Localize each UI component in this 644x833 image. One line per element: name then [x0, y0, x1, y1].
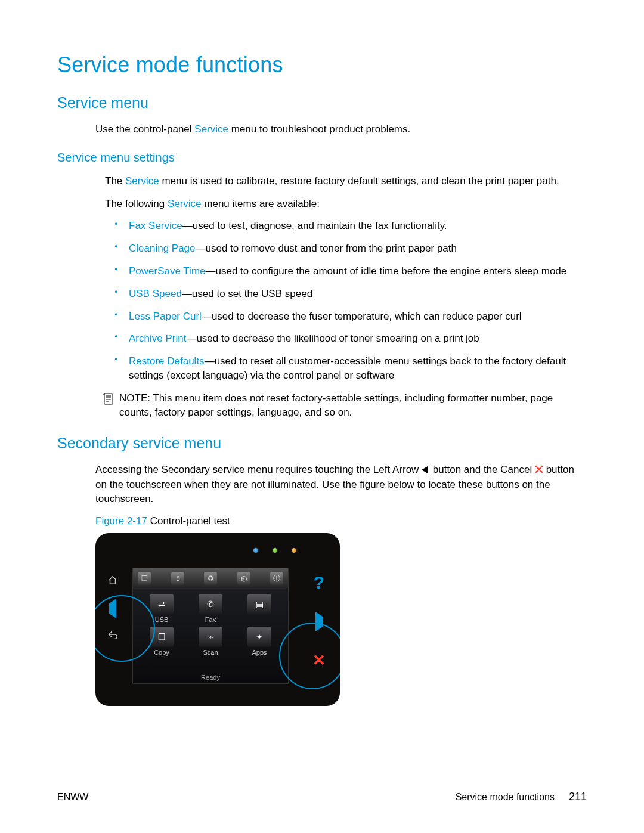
- link-service: Service: [194, 123, 228, 135]
- link-service: Service: [168, 198, 202, 209]
- led-blue: [253, 547, 259, 553]
- desc: —used to decrease the fuser temperature,…: [202, 311, 522, 322]
- desc: —used to test, diagnose, and maintain th…: [182, 220, 447, 231]
- term: Archive Print: [129, 333, 186, 344]
- left-arrow-icon: [109, 603, 116, 614]
- left-nav: [107, 575, 118, 643]
- page-title: Service mode functions: [57, 52, 587, 78]
- text: menu is used to calibrate, restore facto…: [159, 175, 559, 187]
- svg-marker-1: [422, 466, 428, 473]
- note-icon: [103, 392, 116, 408]
- term: Less Paper Curl: [129, 311, 202, 322]
- status-bar: ❐ ⟟ ♻ ◵ ⓘ: [133, 568, 288, 589]
- paragraph: The Service menu is used to calibrate, r…: [105, 174, 587, 188]
- figure: ? ✕ ❐ ⟟ ♻ ◵ ⓘ ⇄USB ✆Fax ▤ ❐Copy ⌁Scan ✦A…: [95, 533, 587, 706]
- note-text: NOTE: This menu item does not reset fact…: [119, 391, 587, 420]
- term: Restore Defaults: [129, 355, 205, 367]
- text: menu items are available:: [202, 198, 320, 209]
- paragraph: Use the control-panel Service menu to tr…: [95, 122, 587, 137]
- app-blank: ▤: [237, 594, 282, 623]
- back-icon: [107, 630, 118, 643]
- term: PowerSave Time: [129, 265, 206, 277]
- supplies-icon: ◵: [237, 572, 250, 585]
- cancel-icon: ✕: [312, 651, 326, 670]
- led-green: [272, 547, 278, 553]
- cancel-icon: [535, 463, 543, 478]
- app-scan: ⌁Scan: [188, 627, 233, 656]
- copies-icon: ❐: [138, 572, 151, 585]
- list-item: PowerSave Time—used to configure the amo…: [114, 264, 587, 278]
- heading-secondary-service-menu: Secondary service menu: [57, 435, 587, 452]
- text: button and the Cancel: [430, 464, 535, 475]
- list-item: USB Speed—used to set the USB speed: [114, 287, 587, 301]
- text: The following: [105, 198, 168, 209]
- link-service: Service: [125, 175, 159, 187]
- term: Fax Service: [129, 220, 182, 231]
- control-panel: ? ✕ ❐ ⟟ ♻ ◵ ⓘ ⇄USB ✆Fax ▤ ❐Copy ⌁Scan ✦A…: [95, 533, 340, 706]
- term: Cleaning Page: [129, 243, 196, 254]
- app-usb: ⇄USB: [139, 594, 184, 623]
- figure-caption: Figure 2-17 Control-panel test: [95, 514, 587, 528]
- footer-left: ENWW: [57, 792, 88, 803]
- desc: —used to configure the amount of idle ti…: [206, 265, 567, 277]
- right-arrow-icon: [315, 617, 323, 627]
- figure-title: Control-panel test: [147, 515, 230, 527]
- text: The: [105, 175, 125, 187]
- eco-icon: ♻: [204, 572, 217, 585]
- home-icon: [107, 575, 118, 588]
- figure-label: Figure 2-17: [95, 515, 147, 527]
- text: Accessing the Secondary service menu req…: [95, 464, 422, 475]
- status-text: Ready: [133, 674, 288, 681]
- app-fax: ✆Fax: [188, 594, 233, 623]
- app-label: Apps: [252, 649, 267, 656]
- desc: —used to set the USB speed: [182, 288, 312, 299]
- note: NOTE: This menu item does not reset fact…: [103, 391, 587, 420]
- text: menu to troubleshoot product problems.: [228, 123, 410, 135]
- app-apps: ✦Apps: [237, 627, 282, 656]
- page-number: 211: [569, 791, 587, 803]
- heading-service-menu: Service menu: [57, 94, 587, 112]
- note-body: This menu item does not reset factory-se…: [119, 392, 553, 418]
- left-arrow-icon: [422, 463, 430, 478]
- app-copy: ❐Copy: [139, 627, 184, 656]
- text: Use the control-panel: [95, 123, 194, 135]
- status-leds: [253, 547, 297, 553]
- svg-rect-0: [104, 394, 113, 404]
- app-label: Scan: [203, 649, 218, 656]
- note-label: NOTE:: [119, 392, 150, 404]
- term: USB Speed: [129, 288, 182, 299]
- touchscreen: ❐ ⟟ ♻ ◵ ⓘ ⇄USB ✆Fax ▤ ❐Copy ⌁Scan ✦Apps …: [132, 568, 289, 684]
- app-label: USB: [155, 616, 169, 623]
- info-icon: ⓘ: [270, 572, 283, 585]
- app-grid: ⇄USB ✆Fax ▤ ❐Copy ⌁Scan ✦Apps: [133, 589, 288, 656]
- list-item: Archive Print—used to decrease the likel…: [114, 332, 587, 346]
- right-nav: ? ✕: [312, 572, 326, 670]
- heading-service-menu-settings: Service menu settings: [57, 151, 587, 165]
- paragraph: Accessing the Secondary service menu req…: [95, 463, 587, 506]
- list-item: Restore Defaults—used to reset all custo…: [114, 354, 587, 383]
- app-label: Copy: [154, 649, 169, 656]
- led-orange: [291, 547, 297, 553]
- wireless-icon: ⟟: [171, 572, 184, 585]
- desc: —used to remove dust and toner from the …: [196, 243, 457, 254]
- help-icon: ?: [314, 572, 324, 593]
- bullet-list: Fax Service—used to test, diagnose, and …: [114, 219, 587, 382]
- footer-section: Service mode functions: [456, 792, 555, 803]
- list-item: Less Paper Curl—used to decrease the fus…: [114, 309, 587, 324]
- app-label: Fax: [205, 616, 216, 623]
- page-footer: ENWW Service mode functions 211: [57, 791, 587, 803]
- list-item: Fax Service—used to test, diagnose, and …: [114, 219, 587, 233]
- list-item: Cleaning Page—used to remove dust and to…: [114, 241, 587, 256]
- paragraph: The following Service menu items are ava…: [105, 197, 587, 211]
- desc: —used to decrease the likelihood of tone…: [186, 333, 479, 344]
